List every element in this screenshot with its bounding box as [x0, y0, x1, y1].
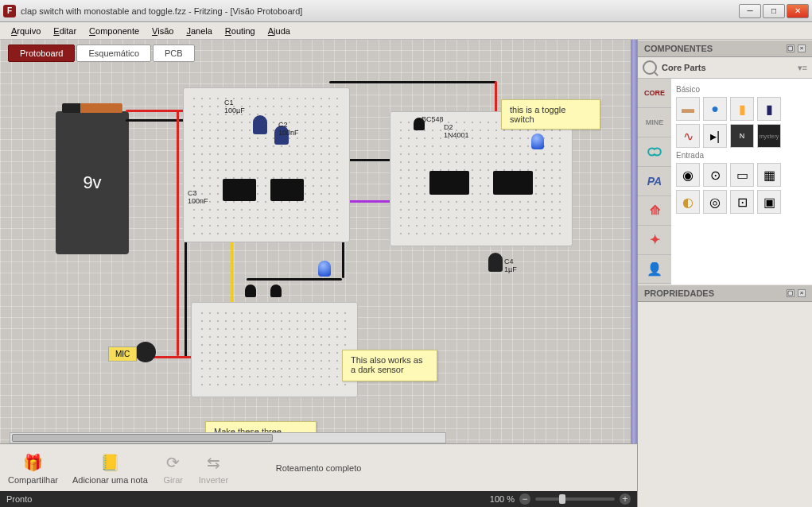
wire-black[interactable] [126, 119, 189, 122]
label-c3: C3 100nF [188, 189, 208, 205]
part-encoder[interactable]: ◎ [703, 190, 727, 214]
menu-visao[interactable]: Visão [146, 24, 180, 38]
tab-protoboard[interactable]: Protoboard [8, 45, 75, 62]
routing-status: Roteamento completo [276, 463, 362, 473]
parts-menu-icon[interactable]: ▾≡ [798, 63, 807, 73]
gift-icon: 🎁 [21, 451, 44, 474]
menu-bar: Arquivo Editar Componente Visão Janela R… [0, 22, 812, 40]
part-potentiometer[interactable]: ◐ [676, 190, 700, 214]
search-icon[interactable] [643, 60, 657, 75]
bin-tab-mine[interactable]: MINE [638, 108, 671, 137]
part-mystery[interactable]: mystery [757, 124, 781, 148]
panel-splitter[interactable] [631, 40, 637, 507]
part-resistor[interactable]: ▬ [676, 97, 700, 121]
bin-tab-user[interactable]: 👤 [638, 255, 671, 284]
bin-tab-core[interactable]: CORE [638, 79, 671, 108]
tool-flip: ⇆ Inverter [199, 451, 228, 485]
part-button-round[interactable]: ◉ [676, 163, 700, 187]
bin-tab-sparkfun[interactable]: ⟰ [638, 196, 671, 226]
capacitor-c4[interactable] [488, 253, 503, 272]
label-bc548: BC548 [422, 115, 444, 123]
bin-tab-contrib[interactable]: ✦ [638, 226, 671, 255]
view-tabs: Protoboard Esquemático PCB [8, 45, 196, 62]
menu-ajuda[interactable]: Ajuda [262, 24, 297, 38]
rotate-icon: ⟳ [162, 451, 185, 474]
zoom-slider[interactable] [535, 497, 615, 501]
tool-rotate: ⟳ Girar [162, 451, 185, 485]
zoom-in-button[interactable]: + [620, 493, 631, 505]
bin-tab-arduino[interactable] [638, 137, 671, 167]
panel-close-icon[interactable]: × [798, 289, 806, 297]
tool-share[interactable]: 🎁 Compartilhar [8, 451, 58, 485]
microphone[interactable] [135, 342, 156, 362]
bottom-toolbar: 🎁 Compartilhar 📒 Adicionar uma nota ⟳ Gi… [0, 443, 637, 491]
panel-undock-icon[interactable]: ▢ [787, 45, 795, 52]
properties-title: PROPRIEDADES [644, 288, 714, 298]
part-joystick[interactable]: ⊙ [703, 163, 727, 187]
zoom-value: 100 % [490, 494, 515, 504]
label-d2: D2 1N4001 [444, 123, 469, 139]
ic-chip-1[interactable] [223, 179, 256, 201]
tab-pcb[interactable]: PCB [153, 45, 195, 62]
part-diode[interactable]: ▸| [703, 124, 727, 148]
part-capacitor-electro[interactable]: ▮ [757, 97, 781, 121]
horizontal-scrollbar[interactable] [10, 432, 446, 443]
parts-search-row: Core Parts ▾≡ [638, 57, 812, 79]
menu-routing[interactable]: Routing [219, 24, 262, 38]
note-dark-sensor[interactable]: This also works as a dark sensor [342, 350, 437, 381]
note-toggle[interactable]: this is a toggle switch [501, 99, 600, 130]
ic-chip-4[interactable] [493, 171, 533, 195]
tool-flip-label: Inverter [199, 475, 228, 485]
led-blue-1[interactable] [531, 134, 544, 149]
part-slide-switch[interactable]: ▭ [730, 163, 754, 187]
flip-icon: ⇆ [202, 451, 224, 474]
ic-chip-3[interactable] [429, 171, 469, 195]
ic-chip-2[interactable] [270, 179, 304, 201]
menu-componente[interactable]: Componente [83, 24, 146, 38]
transistor-n1[interactable] [245, 284, 256, 297]
status-ready: Pronto [6, 494, 32, 504]
scrollbar-thumb[interactable] [12, 434, 273, 442]
panel-close-icon[interactable]: × [798, 45, 806, 52]
part-inductor[interactable]: ∿ [676, 124, 700, 148]
zoom-out-button[interactable]: − [519, 493, 530, 505]
tool-rotate-label: Girar [164, 475, 183, 485]
breadboard-2[interactable] [390, 111, 573, 246]
capacitor-c1[interactable] [253, 115, 267, 134]
wire-red[interactable] [126, 110, 189, 112]
menu-janela[interactable]: Janela [180, 24, 218, 38]
label-c4: C4 1µF [504, 257, 517, 273]
part-dip-switch[interactable]: ▦ [757, 163, 781, 187]
close-button[interactable]: ✕ [787, 4, 809, 18]
properties-header: PROPRIEDADES ▢ × [638, 284, 812, 302]
breadboard-3[interactable] [191, 302, 358, 397]
status-bar: Pronto 100 % − + [0, 491, 637, 507]
part-capacitor-tantalum[interactable]: ▮ [730, 97, 754, 121]
part-transistor[interactable]: N [730, 124, 754, 148]
components-title: COMPONENTES [644, 44, 713, 53]
section-input: Entrada [676, 151, 807, 160]
part-pushbutton[interactable]: ▣ [757, 190, 781, 214]
maximize-button[interactable]: □ [763, 4, 785, 18]
wire-red[interactable] [177, 110, 179, 356]
section-basic: Básico [676, 85, 807, 94]
transistor-n2[interactable] [270, 284, 282, 297]
tab-schematic[interactable]: Esquemático [76, 45, 151, 62]
bin-tab-pa[interactable]: PA [638, 167, 671, 196]
part-capacitor-ceramic[interactable]: ● [703, 97, 727, 121]
panel-undock-icon[interactable]: ▢ [787, 289, 795, 297]
bin-tabs: CORE MINE PA ⟰ ✦ 👤 [638, 79, 671, 284]
zoom-slider-thumb[interactable] [559, 494, 565, 504]
tool-add-note[interactable]: 📒 Adicionar uma nota [72, 451, 148, 485]
menu-arquivo[interactable]: Arquivo [5, 24, 47, 38]
led-blue-2[interactable] [318, 261, 331, 277]
breadboard-1[interactable] [183, 87, 350, 242]
battery-9v[interactable]: 9v [56, 111, 129, 254]
menu-editar[interactable]: Editar [47, 24, 83, 38]
part-tactile[interactable]: ⊡ [730, 190, 754, 214]
label-mic: MIC [108, 346, 137, 362]
minimize-button[interactable]: ─ [739, 4, 761, 18]
wire-black[interactable] [329, 81, 496, 83]
label-c1: C1 100µF [224, 99, 245, 114]
wire-black[interactable] [247, 278, 342, 281]
